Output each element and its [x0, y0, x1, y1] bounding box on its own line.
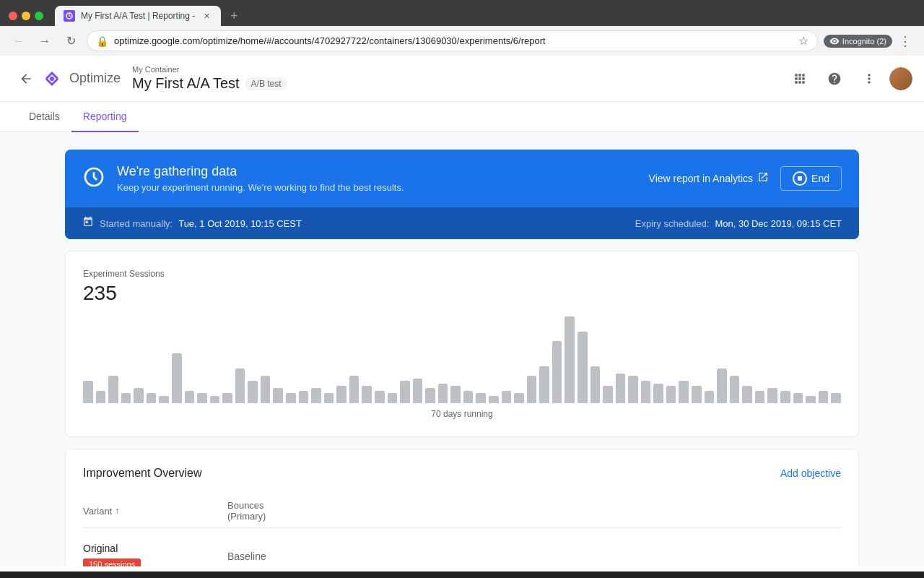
bookmark-icon[interactable]: ☆	[798, 34, 808, 48]
chart-bar	[388, 393, 398, 403]
end-button-label: End	[811, 173, 829, 184]
chart-bar	[755, 391, 765, 403]
minimize-window-button[interactable]	[22, 12, 30, 20]
maximize-window-button[interactable]	[35, 12, 43, 20]
tab-title: My First A/A Test | Reporting -	[81, 11, 195, 21]
chart-bar	[806, 396, 816, 403]
container-name: My Container	[132, 65, 785, 74]
chart-bar	[489, 396, 499, 403]
chart-bars	[83, 316, 841, 403]
chart-bar	[185, 391, 195, 403]
sort-arrow-icon: ↑	[115, 506, 119, 516]
chart-footer: 70 days running	[83, 409, 841, 419]
close-window-button[interactable]	[9, 12, 17, 20]
address-text: optimize.google.com/optimize/home/#/acco…	[114, 35, 793, 46]
table-row: Original 150 sessions Baseline	[83, 534, 841, 566]
start-label: Started manually:	[100, 218, 173, 229]
chart-bar	[539, 366, 549, 403]
end-experiment-button[interactable]: End	[780, 166, 842, 191]
chart-bar	[261, 376, 271, 403]
chart-bar	[476, 393, 486, 403]
chart-bar	[336, 386, 346, 403]
chart-bar	[628, 376, 638, 403]
chart-bar	[375, 391, 385, 403]
improvement-table: Variant ↑ Bounces (Primary) Original 150…	[83, 494, 841, 566]
chart-bar	[197, 393, 207, 403]
address-row: ← → ↻ 🔒 optimize.google.com/optimize/hom…	[0, 26, 924, 56]
tab-reporting[interactable]: Reporting	[71, 102, 139, 132]
grid-menu-button[interactable]	[785, 64, 814, 93]
chart-bar	[210, 396, 220, 403]
gathering-data-icon	[82, 165, 105, 189]
column-bounces: Bounces (Primary)	[227, 500, 266, 522]
browser-chrome: My First A/A Test | Reporting - ✕ + ← → …	[0, 0, 924, 56]
end-icon	[793, 171, 807, 186]
user-avatar[interactable]	[889, 67, 912, 90]
chart-value: 235	[83, 282, 841, 305]
chart-bar	[653, 384, 663, 403]
chart-bar	[717, 368, 727, 403]
header-actions	[785, 64, 912, 93]
analytics-link-text: View report in Analytics	[649, 173, 753, 184]
chart-bar	[666, 386, 676, 403]
reload-button[interactable]: ↻	[61, 31, 81, 51]
forward-button[interactable]: →	[35, 31, 55, 51]
svg-point-2	[50, 77, 54, 81]
chart-bar	[819, 391, 829, 403]
browser-titlebar: My First A/A Test | Reporting - ✕ +	[0, 0, 924, 26]
lock-icon: 🔒	[96, 35, 108, 47]
content-inner: We're gathering data Keep your experimen…	[65, 150, 859, 566]
chart-bar	[96, 391, 106, 403]
back-button[interactable]	[12, 64, 40, 93]
chart-bar	[273, 388, 283, 403]
improvement-card: Improvement Overview Add objective Varia…	[65, 449, 859, 566]
tab-details[interactable]: Details	[17, 102, 71, 132]
optimize-logo-icon	[40, 67, 64, 90]
add-objective-button[interactable]: Add objective	[780, 467, 841, 479]
tabs-bar: Details Reporting	[0, 102, 924, 132]
chart-bar	[286, 393, 296, 403]
chart-bar	[159, 396, 169, 403]
chart-bar	[147, 393, 157, 403]
chart-bar	[742, 386, 752, 403]
chart-bar	[641, 381, 651, 403]
tab-close-button[interactable]: ✕	[201, 10, 212, 22]
app-logo-text: Optimize	[69, 71, 121, 86]
more-options-button[interactable]	[855, 64, 884, 93]
chart-bar	[172, 353, 182, 403]
status-card: We're gathering data Keep your experimen…	[65, 150, 859, 239]
status-description: Keep your experiment running. We're work…	[117, 182, 404, 193]
chart-bar	[514, 393, 524, 403]
chart-bar	[590, 366, 601, 403]
back-button[interactable]: ←	[9, 31, 29, 51]
chart-bar	[311, 388, 321, 403]
address-bar[interactable]: 🔒 optimize.google.com/optimize/home/#/ac…	[87, 30, 818, 51]
chart-bar	[780, 391, 790, 403]
original-sessions-badge: 150 sessions	[83, 558, 141, 566]
chart-container	[83, 316, 841, 403]
browser-menu-button[interactable]: ⋮	[895, 31, 915, 51]
chart-label: Experiment Sessions	[83, 269, 841, 279]
status-left: We're gathering data Keep your experimen…	[82, 164, 404, 193]
experiment-info: My Container My First A/A Test A/B test	[132, 65, 785, 92]
analytics-link[interactable]: View report in Analytics	[649, 171, 769, 186]
chart-bar	[349, 376, 359, 403]
chart-bar	[425, 388, 435, 403]
chart-bar	[578, 332, 588, 403]
column-variant: Variant ↑	[83, 500, 227, 522]
start-value: Tue, 1 Oct 2019, 10:15 CEST	[178, 218, 302, 229]
chart-card: Experiment Sessions 235 70 days running	[65, 251, 859, 437]
chart-bar	[324, 393, 334, 403]
chart-bar	[413, 379, 423, 403]
chart-bar	[552, 341, 562, 403]
chart-bar	[767, 388, 777, 403]
chart-bar	[705, 391, 715, 403]
help-button[interactable]	[820, 64, 849, 93]
browser-actions: Incognito (2) ⋮	[824, 31, 915, 51]
experiment-name: My First A/A Test	[132, 75, 240, 92]
expiry-label: Expiry scheduled:	[635, 218, 710, 229]
chart-bar	[679, 381, 689, 403]
active-tab[interactable]: My First A/A Test | Reporting - ✕	[55, 6, 221, 26]
chart-bar	[603, 386, 613, 403]
new-tab-button[interactable]: +	[224, 6, 244, 26]
